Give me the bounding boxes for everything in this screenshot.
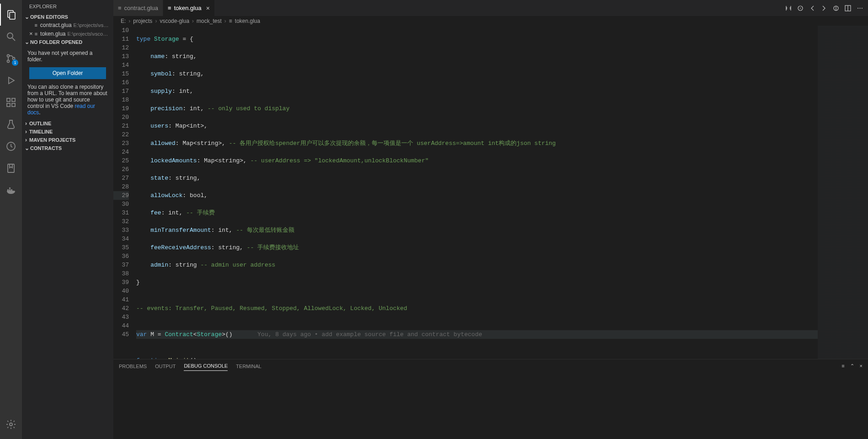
chevron-right-icon: › <box>23 128 29 135</box>
file-icon: ≡ <box>118 5 122 11</box>
prev-change-icon[interactable] <box>809 5 816 12</box>
sidebar-title: EXPLORER <box>22 0 113 13</box>
tab-bar: ≡ contract.glua ≡ token.glua × ⋯ <box>113 0 868 16</box>
tab-label: token.glua <box>174 5 202 11</box>
chevron-down-icon: ⌄ <box>24 14 30 20</box>
svg-line-3 <box>12 38 15 41</box>
svg-rect-8 <box>7 98 10 102</box>
close-icon[interactable]: × <box>206 5 210 12</box>
panel-tab-terminal[interactable]: TERMINAL <box>236 362 261 371</box>
svg-point-2 <box>7 33 13 38</box>
close-icon[interactable]: × <box>29 30 35 37</box>
section-outline[interactable]: › OUTLINE <box>22 119 113 128</box>
next-change-icon[interactable] <box>820 5 828 12</box>
breadcrumb[interactable]: E:› projects› vscode-glua› mock_test› ≡ … <box>113 16 868 26</box>
line-gutter: 1011121314151617181920212223242526272829… <box>113 26 136 359</box>
open-editor-path: E:\projects\vscode-glua\... <box>68 31 110 37</box>
bottom-panel: PROBLEMS OUTPUT DEBUG CONSOLE TERMINAL ≡… <box>113 359 868 439</box>
chevron-down-icon: ⌄ <box>24 145 30 151</box>
file-icon: ≡ <box>229 18 232 24</box>
open-editor-filename: contract.glua <box>40 22 72 28</box>
clone-hint: You can also clone a repository from a U… <box>27 84 108 116</box>
docker-icon[interactable] <box>0 179 22 201</box>
open-editor-path: E:\projects\vscode-gl... <box>74 22 110 28</box>
section-contracts[interactable]: ⌄ CONTRACTS <box>22 144 113 152</box>
tab-contract[interactable]: ≡ contract.glua <box>113 0 163 16</box>
svg-rect-11 <box>12 98 15 102</box>
code-editor[interactable]: 1011121314151617181920212223242526272829… <box>113 26 818 359</box>
svg-rect-17 <box>9 187 11 189</box>
extensions-icon[interactable] <box>0 91 22 113</box>
search-icon[interactable] <box>0 26 22 48</box>
open-folder-button[interactable]: Open Folder <box>29 67 106 79</box>
editor-area: ≡ contract.glua ≡ token.glua × ⋯ E:› pro… <box>113 0 868 439</box>
file-icon: ≡ <box>168 5 171 11</box>
scm-icon[interactable]: 1 <box>0 48 22 70</box>
panel-actions: ≡ ⌃ × <box>841 363 863 369</box>
debug-icon[interactable] <box>0 70 22 91</box>
bookmark-icon[interactable] <box>0 157 22 179</box>
open-editor-item[interactable]: × ≡ token.glua E:\projects\vscode-glua\.… <box>22 29 113 38</box>
section-no-folder[interactable]: ⌄ NO FOLDER OPENED <box>22 38 113 46</box>
svg-marker-7 <box>9 77 14 84</box>
toggle-icon[interactable] <box>832 5 840 12</box>
svg-rect-15 <box>9 189 11 191</box>
section-maven[interactable]: › MAVEN PROJECTS <box>22 136 113 144</box>
sidebar: EXPLORER ⌄ OPEN EDITORS ≡ contract.glua … <box>22 0 113 439</box>
svg-point-18 <box>10 423 12 426</box>
panel-tab-output[interactable]: OUTPUT <box>155 362 176 371</box>
more-icon[interactable]: ⋯ <box>856 5 863 12</box>
file-icon: ≡ <box>34 22 37 28</box>
no-folder-body: You have not yet opened a folder. Open F… <box>22 46 113 119</box>
chevron-down-icon: ⌄ <box>24 39 30 45</box>
debug-console-body[interactable] <box>113 373 868 439</box>
filter-icon[interactable]: ≡ <box>841 363 844 369</box>
svg-rect-16 <box>11 189 12 191</box>
tab-token[interactable]: ≡ token.glua × <box>163 0 215 16</box>
tab-label: contract.glua <box>124 5 158 11</box>
no-folder-message: You have not yet opened a folder. <box>27 50 108 63</box>
svg-rect-1 <box>10 12 15 19</box>
editor-split: 1011121314151617181920212223242526272829… <box>113 26 868 359</box>
chevron-right-icon: › <box>23 120 29 127</box>
section-open-editors[interactable]: ⌄ OPEN EDITORS <box>22 13 113 21</box>
svg-rect-13 <box>8 164 14 172</box>
chevron-right-icon: › <box>23 137 29 143</box>
settings-gear-icon[interactable] <box>0 413 22 435</box>
code-content[interactable]: type Storage = { name: string, symbol: s… <box>136 26 818 359</box>
close-panel-icon[interactable]: × <box>860 363 863 369</box>
compare-icon[interactable] <box>785 5 792 12</box>
panel-tab-problems[interactable]: PROBLEMS <box>119 362 147 371</box>
timeline-icon[interactable] <box>0 135 22 157</box>
section-timeline[interactable]: › TIMELINE <box>22 128 113 136</box>
activity-bar: 1 <box>0 0 22 439</box>
open-editor-filename: token.glua <box>40 31 65 37</box>
split-editor-icon[interactable] <box>844 5 852 12</box>
svg-rect-9 <box>7 103 10 107</box>
explorer-icon[interactable] <box>0 4 22 26</box>
collapse-icon[interactable]: ⌃ <box>850 363 854 369</box>
diff-icon[interactable] <box>797 5 804 12</box>
tab-actions: ⋯ <box>785 0 868 16</box>
panel-tab-debug-console[interactable]: DEBUG CONSOLE <box>184 361 228 371</box>
scm-badge: 1 <box>12 59 18 66</box>
file-icon: ≡ <box>35 31 37 37</box>
svg-rect-10 <box>12 103 15 107</box>
svg-point-5 <box>7 60 10 63</box>
panel-tabs: PROBLEMS OUTPUT DEBUG CONSOLE TERMINAL ≡… <box>113 359 868 373</box>
test-icon[interactable] <box>0 113 22 135</box>
svg-rect-14 <box>7 189 9 191</box>
open-editor-item[interactable]: ≡ contract.glua E:\projects\vscode-gl... <box>22 21 113 29</box>
minimap[interactable] <box>818 26 868 359</box>
svg-point-4 <box>7 55 10 57</box>
